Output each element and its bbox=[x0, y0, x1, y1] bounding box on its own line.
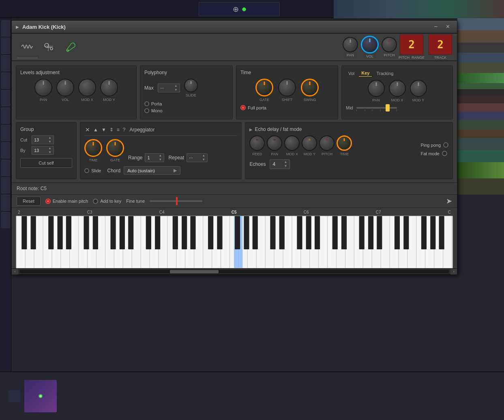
add-to-key-label: Add to key bbox=[100, 199, 121, 204]
vkt-pan-group: PAN bbox=[368, 80, 385, 102]
vkt-modx-knob[interactable] bbox=[389, 80, 406, 97]
max-spinner[interactable]: ··· ▲▼ bbox=[158, 84, 180, 92]
echo-panel: ▶ Echo delay / fat mode FEED bbox=[245, 122, 453, 179]
arp-down-button[interactable]: ▼ bbox=[101, 127, 107, 133]
slide-knob[interactable] bbox=[184, 79, 198, 92]
scroll-left-button[interactable]: ‹ bbox=[12, 269, 18, 274]
tracking-tab[interactable]: Tracking bbox=[374, 70, 396, 77]
gate-knob-group: GATE bbox=[255, 79, 273, 102]
porta-radio[interactable]: Porta bbox=[144, 101, 228, 106]
waveform-button[interactable] bbox=[17, 36, 38, 58]
gate-label: GATE bbox=[260, 98, 269, 102]
mid-slider-track[interactable] bbox=[356, 107, 397, 109]
time-title: Time bbox=[240, 70, 334, 75]
vkt-mody-knob[interactable] bbox=[410, 80, 427, 97]
group-panel: Group Cut 13 ▲▼ By 13 ▲▼ Cut self bbox=[16, 122, 77, 179]
echo-time-knob[interactable] bbox=[337, 135, 352, 151]
pitch-knob[interactable] bbox=[382, 37, 397, 52]
levels-panel: Levels adjustment PAN VOL bbox=[16, 65, 137, 120]
arp-x-button[interactable]: ✕ bbox=[84, 126, 91, 133]
levels-modx-group: MOD X bbox=[78, 79, 96, 102]
wrench-button[interactable] bbox=[60, 36, 81, 58]
polyphony-panel: Polyphony Max ··· ▲▼ SLIDE bbox=[140, 65, 233, 120]
pitch-knob-group: PITCH bbox=[382, 37, 397, 57]
cut-label: Cut bbox=[20, 137, 29, 142]
piano-area: 2 C3 C4 C5 C6 C7 C bbox=[12, 208, 457, 274]
vkt-modx-group: MOD X bbox=[389, 80, 406, 102]
repeat-spinner-arp[interactable]: ··· ▲▼ bbox=[187, 153, 208, 162]
levels-vol-knob[interactable] bbox=[56, 79, 74, 96]
envelope-button[interactable] bbox=[39, 36, 60, 58]
arp-help-button[interactable]: ? bbox=[122, 127, 127, 133]
max-label: Max bbox=[144, 85, 154, 91]
levels-pan-knob[interactable] bbox=[34, 79, 52, 96]
levels-mody-group: MOD Y bbox=[100, 79, 118, 102]
mono-label: Mono bbox=[151, 108, 163, 113]
arp-gate-label: GATE bbox=[110, 158, 120, 162]
slide-radio-arp[interactable]: Slide bbox=[84, 168, 101, 173]
key-tab[interactable]: Key bbox=[359, 70, 372, 77]
echoes-label: Echoes bbox=[249, 161, 266, 167]
levels-modx-knob[interactable] bbox=[78, 79, 96, 96]
swing-knob[interactable] bbox=[301, 79, 319, 96]
poly-title: Polyphony bbox=[144, 70, 228, 75]
echo-modx-group: MOD X bbox=[284, 135, 300, 156]
svg-point-5 bbox=[67, 49, 69, 51]
scroll-right-button[interactable]: › bbox=[450, 269, 457, 274]
svg-point-1 bbox=[50, 47, 53, 50]
arrow-icon[interactable]: ➤ bbox=[446, 197, 452, 206]
mid-slider-row: Mid bbox=[346, 105, 448, 110]
ping-pong-radio[interactable]: Ping pong bbox=[420, 142, 448, 148]
arp-gate-group: GATE bbox=[106, 139, 124, 162]
echo-title: Echo delay / fat mode bbox=[255, 126, 302, 132]
vol-knob[interactable] bbox=[361, 36, 379, 54]
vol-label: VOL bbox=[366, 54, 373, 58]
arp-time-knob[interactable] bbox=[84, 139, 102, 157]
echo-feed-knob[interactable] bbox=[249, 135, 265, 151]
pitch-label: PITCH bbox=[384, 53, 395, 57]
gate-knob[interactable] bbox=[255, 79, 273, 96]
vol-tab[interactable]: Vol bbox=[346, 70, 357, 77]
by-spinner[interactable]: 13 ▲▼ bbox=[32, 146, 54, 155]
pan-knob[interactable] bbox=[343, 37, 358, 52]
chord-dropdown[interactable]: Auto (sustain) ▶ bbox=[124, 166, 180, 175]
range-label: PITCH RANGE bbox=[399, 56, 425, 60]
shift-knob[interactable] bbox=[278, 79, 296, 96]
track-display[interactable]: 2 bbox=[429, 34, 452, 55]
echo-modx-knob[interactable] bbox=[284, 135, 300, 151]
echo-feed-group: FEED bbox=[249, 135, 265, 156]
time-panel: Time GATE SHIFT bbox=[236, 65, 338, 120]
reset-button[interactable]: Reset bbox=[17, 197, 41, 206]
range-display[interactable]: 2 bbox=[400, 34, 423, 55]
title-bar: ▶ Adam Kick (Kick) − × bbox=[12, 21, 457, 34]
add-to-key-radio[interactable]: Add to key bbox=[93, 199, 121, 204]
levels-pan-group: PAN bbox=[34, 79, 52, 102]
piano-keyboard[interactable] bbox=[16, 216, 453, 268]
cut-spinner[interactable]: 13 ▲▼ bbox=[32, 135, 54, 144]
echo-pitch-knob[interactable] bbox=[319, 135, 335, 151]
enable-pitch-radio[interactable]: Enable main pitch bbox=[45, 199, 88, 204]
minimize-button[interactable]: − bbox=[431, 22, 441, 31]
mono-radio[interactable]: Mono bbox=[144, 108, 228, 113]
echo-mody-knob[interactable] bbox=[302, 135, 317, 151]
swing-knob-group: SWING bbox=[301, 79, 319, 102]
track-label: TRACK bbox=[434, 56, 447, 60]
levels-mody-knob[interactable] bbox=[100, 79, 118, 96]
full-porta-radio[interactable]: Full porta bbox=[240, 105, 334, 110]
cut-self-button[interactable]: Cut self bbox=[20, 158, 72, 168]
echoes-spinner[interactable]: 4 ▲▼ bbox=[270, 159, 290, 169]
echo-pan-knob[interactable] bbox=[267, 135, 282, 151]
fat-mode-radio[interactable]: Fat mode bbox=[420, 151, 448, 156]
arp-updown-button[interactable]: ⇕ bbox=[109, 127, 114, 133]
scrollbar-thumb[interactable] bbox=[170, 270, 219, 273]
vkt-pan-knob[interactable] bbox=[368, 80, 385, 97]
toolbar: PAN VOL PITCH 2 bbox=[12, 34, 457, 61]
close-button[interactable]: × bbox=[443, 22, 453, 31]
arp-gate-knob[interactable] bbox=[106, 139, 124, 157]
collapse-arrow[interactable]: ▶ bbox=[16, 25, 19, 29]
arp-align-button[interactable]: ≡ bbox=[116, 127, 120, 133]
arp-up-button[interactable]: ▲ bbox=[92, 127, 99, 133]
arp-title: Arpeggiator bbox=[129, 127, 154, 133]
range-spinner-arp[interactable]: 1 ▲▼ bbox=[145, 153, 164, 162]
fine-tune-slider[interactable] bbox=[150, 200, 202, 202]
